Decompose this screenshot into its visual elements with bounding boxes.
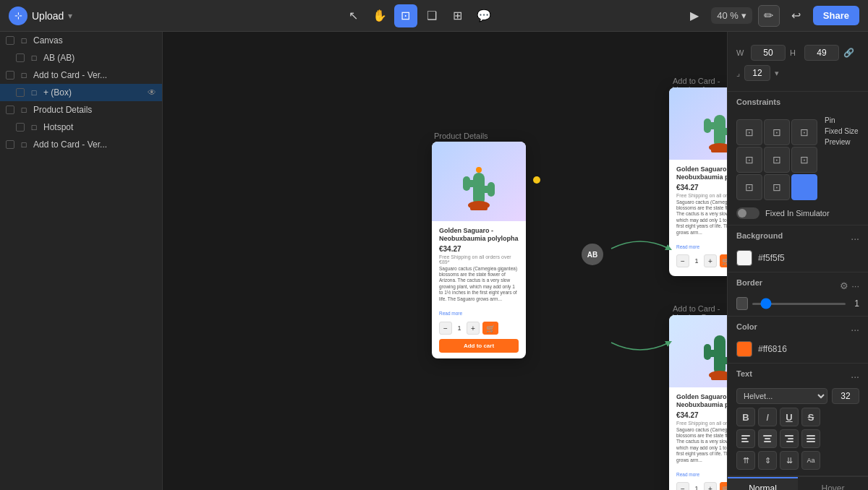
hotspot-checkbox[interactable]	[16, 123, 25, 132]
border-settings-icon[interactable]: ⚙	[840, 280, 848, 291]
sidebar-item-box[interactable]: □ + (Box) 👁	[0, 84, 162, 101]
qty-minus-a[interactable]: −	[676, 254, 689, 267]
h-input[interactable]	[804, 45, 839, 61]
constraint-c3[interactable]: ⊡	[791, 119, 817, 145]
topbar: ⊹ Upload ▾ ↖ ✋ ⊡ ❑ ⊞ 💬 ▶ 40 % ▾ ✏ ↩ Shar…	[0, 0, 868, 32]
background-more-icon[interactable]: ···	[851, 233, 859, 244]
italic-btn[interactable]: I	[758, 408, 777, 426]
align-right-btn[interactable]	[780, 429, 799, 448]
qty-plus-a[interactable]: +	[704, 254, 717, 267]
card-price-a: €34.27	[676, 184, 727, 192]
align-center-btn[interactable]	[758, 429, 777, 448]
color-more-icon[interactable]: ···	[851, 324, 859, 335]
qty-plus-b[interactable]: +	[704, 482, 717, 490]
sidebar-item-addcard1[interactable]: □ Add to Card - Ver...	[0, 66, 162, 84]
read-more-a[interactable]: Read more	[676, 244, 699, 249]
add-to-cart-btn-large[interactable]: Add to cart	[439, 339, 519, 353]
border-slider[interactable]	[752, 303, 846, 305]
color-swatch[interactable]	[736, 341, 752, 357]
constraint-c7[interactable]: ⊡	[736, 174, 762, 200]
hotspot-dot[interactable]	[533, 176, 540, 184]
canvas-checkbox[interactable]	[6, 36, 14, 45]
constraint-c5[interactable]: ⊡	[764, 147, 790, 173]
share-button[interactable]: Share	[813, 6, 859, 25]
addcard1-checkbox[interactable]	[6, 71, 14, 79]
text-format-row: B I U S	[736, 408, 859, 426]
sidebar-item-ab[interactable]: □ AB (AB)	[0, 49, 162, 66]
qty-minus-b[interactable]: −	[676, 482, 689, 490]
w-input[interactable]	[751, 45, 786, 61]
title-chevron[interactable]: ▾	[68, 11, 72, 21]
read-more-large[interactable]: Read more	[439, 311, 462, 316]
radius-chevron[interactable]: ▾	[775, 69, 779, 78]
play-btn[interactable]: ▶	[684, 5, 705, 27]
pin-label: Pin	[825, 116, 859, 124]
align-justify-btn[interactable]	[801, 429, 820, 448]
link-icon[interactable]: 🔗	[843, 48, 854, 58]
edit-btn[interactable]: ✏	[758, 5, 780, 27]
qty-cart-a[interactable]: 🛒	[720, 254, 727, 267]
component-tool-btn[interactable]: ❑	[420, 4, 443, 27]
constraint-c8[interactable]: ⊡	[764, 174, 790, 200]
zoom-control[interactable]: 40 % ▾	[711, 7, 752, 24]
constraint-c2[interactable]: ⊡	[764, 119, 790, 145]
valign-text-btn[interactable]: Aa	[801, 451, 820, 470]
left-sidebar: □ Canvas □ AB (AB) □ Add to Card - Ver..…	[0, 32, 163, 490]
border-more-icon[interactable]: ···	[851, 280, 859, 291]
strikethrough-btn[interactable]: S	[801, 408, 820, 426]
qty-plus-large[interactable]: +	[467, 322, 480, 335]
card-shipping-large: Free Shipping on all orders over €89*	[439, 254, 519, 265]
comment-tool-btn[interactable]: 💬	[472, 4, 495, 27]
frame-tool-btn[interactable]: ⊡	[394, 4, 417, 27]
constraint-c4[interactable]: ⊡	[736, 147, 762, 173]
qty-cart-b[interactable]: 🛒	[720, 482, 727, 490]
constraints-section: Constraints ⊡ ⊡ ⊡ ⊡ ⊡ ⊡ ⊡ ⊡	[728, 92, 868, 225]
history-btn[interactable]: ↩	[786, 5, 807, 27]
hand-tool-btn[interactable]: ✋	[368, 4, 391, 27]
svg-rect-30	[788, 438, 793, 439]
addcard2-checkbox[interactable]	[6, 140, 14, 149]
text-more-icon[interactable]: ···	[851, 371, 859, 382]
sidebar-item-canvas[interactable]: □ Canvas	[0, 32, 162, 49]
canvas-area[interactable]: Product Details Golden Saguaro - Neobuxb…	[163, 32, 727, 490]
sidebar-item-addcard2[interactable]: □ Add to Card - Ver...	[0, 136, 162, 153]
constraint-c6[interactable]: ⊡	[791, 147, 817, 173]
border-color-swatch[interactable]	[736, 297, 748, 310]
constraints-title: Constraints	[736, 98, 780, 106]
valign-bottom-btn[interactable]: ⇊	[780, 451, 799, 470]
pointer-tool-btn[interactable]: ↖	[342, 4, 365, 27]
card-shipping-b: Free Shipping on all orders over €89*	[676, 421, 727, 426]
qty-minus-large[interactable]: −	[439, 322, 452, 335]
arrow-line-b	[604, 306, 676, 364]
normal-tab[interactable]: Normal	[728, 477, 798, 490]
hover-tab[interactable]: Hover	[798, 477, 868, 490]
svg-rect-26	[763, 435, 772, 437]
font-family-select[interactable]: Helvet...	[736, 388, 827, 404]
eye-icon[interactable]: 👁	[148, 87, 156, 98]
constraints-grid: ⊡ ⊡ ⊡ ⊡ ⊡ ⊡ ⊡ ⊡	[736, 119, 817, 200]
svg-rect-33	[807, 438, 815, 439]
read-more-b[interactable]: Read more	[676, 472, 699, 477]
zoom-chevron: ▾	[741, 10, 746, 21]
box-checkbox[interactable]	[16, 88, 25, 97]
h-label: H	[790, 48, 800, 57]
valign-top-btn[interactable]: ⇈	[736, 451, 755, 470]
font-size-input[interactable]	[832, 388, 859, 404]
constraint-c9-active[interactable]	[791, 174, 817, 200]
qty-cart-large[interactable]: 🛒	[482, 322, 498, 335]
product-details-card: Golden Saguaro - Neobuxbaumia polylopha …	[432, 142, 526, 358]
align-left-btn[interactable]	[736, 429, 755, 448]
valign-middle-btn[interactable]: ⇕	[758, 451, 777, 470]
cactus-illustration	[457, 151, 501, 212]
radius-input[interactable]	[744, 65, 770, 81]
sidebar-item-hotspot[interactable]: □ Hotspot	[0, 119, 162, 136]
bold-btn[interactable]: B	[736, 408, 755, 426]
ab-checkbox[interactable]	[16, 53, 25, 62]
grid-tool-btn[interactable]: ⊞	[446, 4, 469, 27]
constraint-c1[interactable]: ⊡	[736, 119, 762, 145]
product-details-checkbox[interactable]	[6, 106, 14, 114]
underline-btn[interactable]: U	[780, 408, 799, 426]
sidebar-item-product-details[interactable]: □ Product Details	[0, 101, 162, 119]
background-color-swatch[interactable]	[736, 250, 752, 266]
fixed-simulator-toggle[interactable]	[736, 207, 760, 219]
